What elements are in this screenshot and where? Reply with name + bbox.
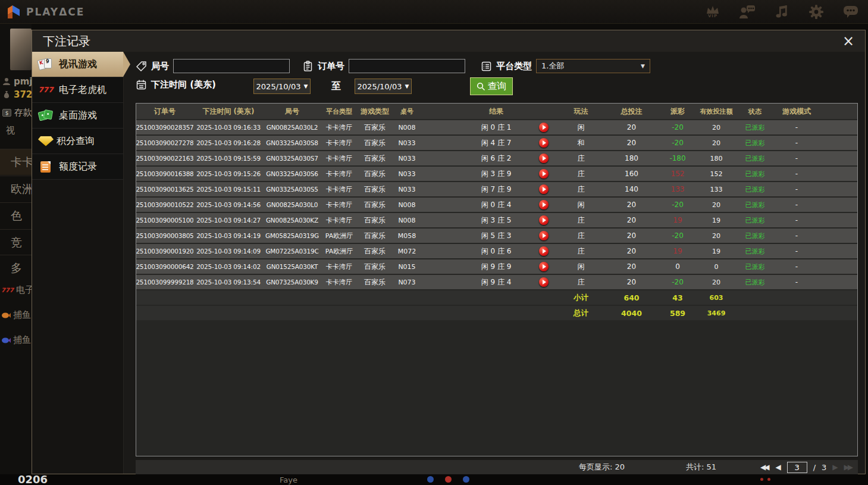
cell: 已派彩 <box>737 167 773 181</box>
topbar-icons: VIP <box>704 2 860 22</box>
customer-service-icon[interactable] <box>738 2 756 21</box>
last-page-button[interactable]: ▶▶ <box>844 463 853 471</box>
platform-select[interactable]: 1.全部 ▼ <box>536 59 650 73</box>
page-input[interactable]: 3 <box>787 462 807 473</box>
close-icon[interactable]: × <box>842 34 854 48</box>
cell: 2025-10-03 09:15:59 <box>193 151 264 165</box>
cell: - <box>773 167 820 181</box>
cell: GM05825A0319G <box>264 229 321 243</box>
cell: N033 <box>392 136 422 150</box>
cell <box>193 306 264 320</box>
replay-button[interactable] <box>539 123 549 132</box>
cell: GN03325A030S7 <box>264 151 321 165</box>
cell: 百家乐 <box>358 213 392 227</box>
cell: - <box>773 229 820 243</box>
dialog-sidebar: K 9 视讯游戏 777 电子老虎机 桌面游戏 <box>32 52 124 474</box>
cell: GN03325A030S5 <box>264 182 321 196</box>
replay-button[interactable] <box>539 231 549 240</box>
cell: 2025-10-03 09:15:11 <box>193 182 264 196</box>
cell: 2025-10-03 09:14:27 <box>193 213 264 227</box>
play-icon <box>543 264 546 269</box>
cell: 20 <box>603 198 660 212</box>
cell: 251003090027278 <box>136 136 193 150</box>
cell: 20 <box>695 275 737 289</box>
replay-button[interactable] <box>539 215 549 225</box>
cell: 闲 6 庄 2 <box>422 151 529 165</box>
cell: -20 <box>660 275 695 289</box>
slot-777-icon: 777 <box>38 86 54 94</box>
header-cell: 游戏类型 <box>358 104 392 119</box>
cell: 已派彩 <box>737 229 773 243</box>
cell <box>737 306 773 320</box>
play-icon <box>543 233 546 238</box>
per-page-label: 每页显示: 20 <box>579 460 625 474</box>
cell: 百家乐 <box>358 275 392 289</box>
first-page-button[interactable]: ◀◀ <box>760 463 769 471</box>
vip-icon[interactable]: VIP <box>704 2 722 21</box>
replay-button[interactable] <box>539 262 549 271</box>
bet-records-table: 订单号 下注时间 (美东) 局号 平台类型 游戏类型 桌号 结果 玩法 总投注 … <box>136 103 858 456</box>
order-input[interactable] <box>349 59 465 73</box>
cell <box>136 306 193 320</box>
replay-button[interactable] <box>539 138 549 148</box>
cell: 百家乐 <box>358 259 392 274</box>
cell: 小计 <box>559 290 603 305</box>
cell: 总计 <box>559 306 603 320</box>
cell <box>193 290 264 305</box>
search-button[interactable]: 查询 <box>470 77 513 95</box>
to-label: 至 <box>331 80 341 93</box>
cell: 百家乐 <box>358 229 392 243</box>
cell: - <box>773 198 820 212</box>
messages-icon[interactable] <box>842 2 860 21</box>
sidebar-item-video-games[interactable]: K 9 视讯游戏 <box>32 52 123 77</box>
replay-button[interactable] <box>539 246 549 256</box>
sidebar-item-credit-records[interactable]: 额度记录 <box>32 154 123 180</box>
cell <box>264 290 321 305</box>
cell: 闲 9 庄 9 <box>422 259 529 274</box>
brand-text: PLAYΔCE <box>26 6 84 18</box>
dialog-content: 局号 订单号 平台类型 <box>124 52 865 474</box>
topbar: PLAYΔCE VIP <box>0 0 868 24</box>
username-row: pmjo <box>2 76 32 87</box>
cell: - <box>773 275 820 289</box>
sidebar-item-slots[interactable]: 777 电子老虎机 <box>32 77 123 103</box>
sidebar-item-table-games[interactable]: 桌面游戏 <box>32 103 123 129</box>
gear-icon[interactable] <box>807 2 825 21</box>
cell: M072 <box>392 244 422 258</box>
replay-button[interactable] <box>539 184 549 194</box>
date-to-select[interactable]: 2025/10/03 ▼ <box>355 79 412 94</box>
cell: N008 <box>392 198 422 212</box>
next-page-button[interactable]: ▶ <box>832 463 838 471</box>
cards-icon: K 9 <box>38 58 54 71</box>
cell: 20 <box>603 244 660 258</box>
table-row: 2510030900006422025-10-03 09:14:02GN0152… <box>136 258 857 274</box>
avatar <box>10 29 32 70</box>
sidebar-item-points[interactable]: 积分查询 <box>32 129 123 154</box>
replay-button[interactable] <box>539 169 549 179</box>
table-row: 2510030900051002025-10-03 09:14:27GN0082… <box>136 212 857 227</box>
cell: 闲 <box>559 259 603 274</box>
replay-button[interactable] <box>539 154 549 163</box>
cell: 0 <box>695 259 737 274</box>
lobby-nav-item: 多 <box>0 255 32 281</box>
round-input[interactable] <box>173 59 290 73</box>
cell <box>773 290 820 305</box>
cell <box>820 290 857 305</box>
prev-page-button[interactable]: ◀ <box>775 463 781 471</box>
cell <box>136 290 193 305</box>
header-cell: 结果 <box>422 104 529 119</box>
table-row: 2510030900038052025-10-03 09:14:19GM0582… <box>136 227 857 243</box>
date-from-select[interactable]: 2025/10/03 ▼ <box>253 79 311 94</box>
table-row: 2510030900019202025-10-03 09:14:09GM0722… <box>136 243 857 258</box>
cell <box>264 306 321 320</box>
cell: 3469 <box>695 306 737 320</box>
cell: GM07225A0319C <box>264 244 321 258</box>
header-cell: 游戏模式 <box>773 104 820 119</box>
replay-button[interactable] <box>539 277 549 287</box>
music-icon[interactable] <box>773 2 791 21</box>
replay-button[interactable] <box>539 200 549 209</box>
dollar-coin-icon: $ <box>2 109 11 117</box>
cell: - <box>773 213 820 227</box>
deposit-label: 存款 <box>14 107 32 118</box>
cell: GN00825A030KZ <box>264 213 321 227</box>
